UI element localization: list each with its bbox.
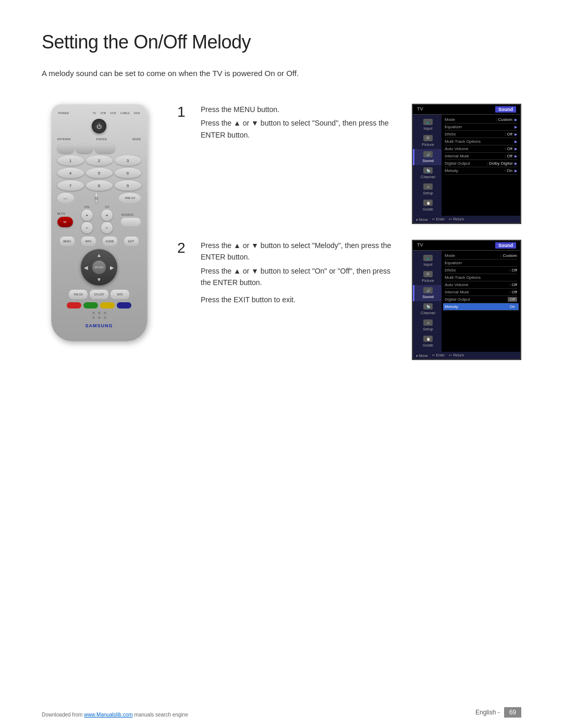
- fav-ch-button[interactable]: FAV.CH: [69, 290, 88, 299]
- remote-top-bar: POWER TV STB VCR CABLE DVD: [57, 112, 141, 115]
- enter-button[interactable]: ENTER: [92, 261, 106, 274]
- dnse-value: : Off ▶: [505, 132, 517, 137]
- remote-container: POWER TV STB VCR CABLE DVD ⏻ ANTENNA P.M…: [42, 104, 156, 341]
- func-btn-1[interactable]: MENU: [60, 237, 75, 246]
- channel-label: Channel: [421, 175, 435, 179]
- multitrack-label: Multi-Track Options: [445, 139, 481, 144]
- vol-down-button[interactable]: −: [81, 222, 93, 233]
- step-2-text: Press the ▲ or ▼ button to select "Melod…: [201, 240, 401, 307]
- off-toggle: Off: [508, 297, 517, 302]
- manualslib-link[interactable]: www.Manualslib.com: [84, 712, 132, 718]
- autovol2-value: : Off: [509, 282, 517, 287]
- vol-label: VOL: [84, 205, 90, 208]
- footer-enter: ↵ Enter: [432, 217, 445, 221]
- nav-ring[interactable]: ▲ ▼ ◀ ▶ ENTER: [81, 249, 117, 286]
- step-1-number: 1: [177, 104, 190, 119]
- vol-up-button[interactable]: +: [81, 209, 93, 221]
- footer2-enter: ↵ Enter: [432, 353, 445, 357]
- menu2-row-mode: Mode : Custom: [445, 252, 517, 260]
- btn-9[interactable]: 9: [115, 180, 141, 191]
- nav-down-arrow[interactable]: ▼: [96, 277, 102, 282]
- footer2-move: ♦ Move: [416, 353, 428, 357]
- func-btn-4[interactable]: EXIT: [124, 237, 139, 246]
- source-button[interactable]: [121, 218, 141, 226]
- antenna-button[interactable]: [57, 144, 74, 153]
- func-btn-3[interactable]: GUIDE: [103, 237, 117, 246]
- btn-8[interactable]: 8: [86, 180, 113, 191]
- autovol-label: Auto Volume: [445, 146, 468, 151]
- btn-4[interactable]: 4: [57, 168, 84, 178]
- menu-row-digitaloutput: Digital Output : Dolby Digital ▶: [445, 160, 517, 167]
- tv-menu-2-header-right: Sound: [495, 242, 516, 249]
- ch-down-button[interactable]: −: [101, 222, 113, 233]
- input-label: Input: [424, 126, 433, 131]
- btn-1[interactable]: 1: [57, 155, 84, 166]
- menu2-row-dnse: DNSe : Off: [445, 267, 517, 274]
- autovol2-label: Auto Volume: [445, 282, 468, 287]
- menu2-row-autovol: Auto Volume : Off: [445, 281, 517, 289]
- pmode-button[interactable]: [76, 144, 93, 153]
- sidebar2-channel: 📡 Channel: [413, 301, 442, 317]
- green-button[interactable]: [83, 302, 98, 309]
- melody-label-1: Melody: [445, 168, 458, 173]
- dash-button[interactable]: —: [57, 193, 74, 203]
- cable-label: CABLE: [120, 112, 130, 115]
- tv-menu-1-sidebar: 📺 Input 🖼 Picture 🔊 Sound: [413, 115, 442, 216]
- channel2-icon: 📡: [423, 303, 433, 310]
- sidebar2-guide: 📋 Guide: [413, 334, 442, 350]
- func-btn-2[interactable]: INFO: [81, 237, 96, 246]
- tv-menu-1-header-left: TV: [417, 106, 423, 113]
- steps-column: 1 Press the MENU button. Press the ▲ or …: [177, 104, 521, 360]
- btn-5[interactable]: 5: [86, 168, 113, 178]
- btn-3[interactable]: 3: [115, 155, 141, 166]
- sidebar-picture: 🖼 Picture: [413, 133, 442, 149]
- digitaloutput-label: Digital Output: [445, 161, 470, 166]
- dnse2-value: : Off: [509, 268, 517, 273]
- tv-menu-2-header: TV Sound: [413, 241, 520, 251]
- mode-button[interactable]: [95, 144, 115, 153]
- blue-button[interactable]: [117, 302, 131, 309]
- footer-return: ↩ Return: [449, 217, 464, 221]
- page-footer: English - 69: [475, 707, 521, 718]
- btn-6[interactable]: 6: [115, 168, 141, 178]
- on-toggle: On: [508, 304, 517, 309]
- picture2-icon: 🖼: [423, 271, 433, 277]
- btn-0[interactable]: 0: [95, 193, 97, 203]
- color-btns-row: FAV.CH CH.LIST MTS: [57, 290, 141, 299]
- btn-2[interactable]: 2: [86, 155, 113, 166]
- mts-button[interactable]: MTS: [111, 290, 129, 299]
- red-button[interactable]: [67, 302, 81, 309]
- internalmute-label: Internal Mute: [445, 154, 469, 158]
- step-1-block: 1 Press the MENU button. Press the ▲ or …: [177, 104, 521, 224]
- func-btns-row: MENU INFO GUIDE EXIT: [57, 237, 141, 246]
- dnse2-label: DNSe: [445, 268, 456, 273]
- tv-menu-1-content: Mode : Custom ▶ Equalizer ▶ DNSe : Off ▶: [442, 115, 520, 216]
- prech-button[interactable]: PRE-CH: [119, 193, 141, 203]
- nav-up-arrow[interactable]: ▲: [96, 252, 102, 258]
- menu2-row-internalmute: Internal Mute : Off: [445, 289, 517, 296]
- guide2-icon: 📋: [423, 336, 433, 342]
- top-buttons-row: [57, 144, 141, 153]
- mute-button[interactable]: M: [57, 217, 73, 227]
- remote-top-labels: TV STB VCR CABLE DVD: [92, 112, 140, 115]
- melody2-label: Melody: [445, 304, 458, 309]
- ch-up-button[interactable]: +: [101, 209, 113, 221]
- nav-left-arrow[interactable]: ◀: [84, 265, 88, 270]
- stb-label: STB: [101, 112, 106, 115]
- nav-right-arrow[interactable]: ▶: [110, 265, 114, 270]
- menu-row-multitrack: Multi-Track Options ▶: [445, 138, 517, 145]
- internalmute2-value: : Off: [509, 290, 517, 294]
- btn-7[interactable]: 7: [57, 180, 84, 191]
- page-number: 69: [504, 707, 521, 718]
- step-1-text: Press the MENU button. Press the ▲ or ▼ …: [201, 104, 401, 143]
- ch-list-button[interactable]: CH.LIST: [90, 290, 108, 299]
- setup-label: Setup: [423, 191, 433, 195]
- yellow-button[interactable]: [100, 302, 115, 309]
- power-button[interactable]: ⏻: [92, 119, 106, 133]
- dvd-label: DVD: [134, 112, 140, 115]
- pmode-label: P.MODE: [96, 138, 107, 141]
- picture-label: Picture: [422, 142, 434, 147]
- footer-page-text: English -: [475, 709, 500, 716]
- equalizer-value: ▶: [515, 125, 517, 129]
- guide2-label: Guide: [423, 343, 433, 348]
